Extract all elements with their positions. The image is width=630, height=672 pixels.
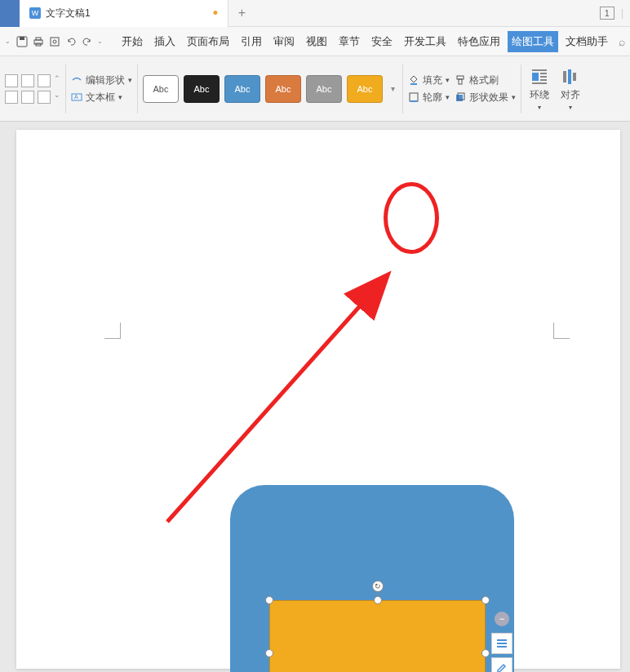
arrow-shape[interactable] xyxy=(38,74,51,87)
chevron-down-icon[interactable]: ⌄ xyxy=(97,38,103,45)
svg-rect-22 xyxy=(563,71,566,82)
style-gray[interactable]: Abc xyxy=(306,75,342,103)
page: ↻ − xyxy=(16,130,620,669)
margin-corner-tl xyxy=(104,323,121,339)
edit-shape-button[interactable]: 编辑形状 ▾ xyxy=(71,73,132,87)
save-icon[interactable] xyxy=(16,35,29,48)
rotate-handle[interactable]: ↻ xyxy=(372,581,384,592)
svg-rect-16 xyxy=(532,69,547,71)
handle-mr[interactable] xyxy=(481,649,490,657)
tab-review[interactable]: 审阅 xyxy=(269,31,299,52)
new-tab-button[interactable]: + xyxy=(228,0,255,27)
yellow-rect-selected[interactable] xyxy=(269,600,486,672)
fill-button[interactable]: 填充 ▾ xyxy=(408,73,450,87)
preview-icon[interactable] xyxy=(48,35,61,48)
outline-button[interactable]: 轮廓 ▾ xyxy=(408,91,450,105)
style-orange[interactable]: Abc xyxy=(265,75,301,103)
svg-rect-18 xyxy=(540,73,547,74)
fill-group: 填充 ▾ 轮廓 ▾ xyxy=(408,73,450,105)
chevron-down-icon[interactable]: ⌄ xyxy=(5,38,11,45)
collapse-icon[interactable]: − xyxy=(495,612,509,626)
svg-rect-12 xyxy=(457,76,464,79)
tab-security[interactable]: 安全 xyxy=(367,31,397,52)
floating-toolbar: − xyxy=(491,612,512,672)
margin-corner-tr xyxy=(553,323,570,339)
svg-rect-26 xyxy=(497,643,507,644)
svg-rect-20 xyxy=(540,79,547,81)
elbow-shape[interactable] xyxy=(21,74,34,87)
handle-tc[interactable] xyxy=(374,596,382,604)
styles-more[interactable]: ▾ xyxy=(388,84,397,93)
handle-ml[interactable] xyxy=(265,649,273,657)
app-icon xyxy=(0,0,20,27)
shape-styles: Abc Abc Abc Abc Abc Abc ▾ xyxy=(143,75,397,103)
edit-shape-group: 编辑形状 ▾ A 文本框 ▾ xyxy=(71,73,132,105)
svg-rect-21 xyxy=(532,82,547,84)
edit-icon[interactable] xyxy=(491,657,512,672)
annotation-circle xyxy=(384,182,439,254)
svg-rect-9 xyxy=(410,83,417,85)
curve-shape[interactable] xyxy=(5,91,18,104)
circle-shape[interactable] xyxy=(38,91,51,104)
tab-drawing-tools[interactable]: 绘图工具 xyxy=(508,31,558,52)
modified-indicator: • xyxy=(213,6,218,20)
svg-rect-19 xyxy=(540,76,547,78)
tab-chapter[interactable]: 章节 xyxy=(335,31,364,52)
textbox-button[interactable]: A 文本框 ▾ xyxy=(71,91,132,105)
shape-effects-button[interactable]: 形状效果 ▾ xyxy=(455,91,516,105)
tab-special[interactable]: 特色应用 xyxy=(454,31,504,52)
tab-start[interactable]: 开始 xyxy=(118,31,147,52)
format-group: 格式刷 形状效果 ▾ xyxy=(455,73,516,105)
undo-icon[interactable] xyxy=(64,35,78,48)
style-yellow[interactable]: Abc xyxy=(347,75,383,103)
menu-tabs: 开始 插入 页面布局 引用 审阅 视图 章节 安全 开发工具 特色应用 绘图工具… xyxy=(118,31,612,52)
format-painter-button[interactable]: 格式刷 xyxy=(455,73,516,87)
plus-icon: + xyxy=(238,6,246,20)
document-tab[interactable]: W 文字文稿1 • xyxy=(20,0,228,27)
layout-options-icon[interactable] xyxy=(491,633,512,654)
tab-dev[interactable]: 开发工具 xyxy=(400,31,450,52)
svg-rect-13 xyxy=(459,79,462,84)
quick-toolbar: ⌄ ⌄ 开始 插入 页面布局 引用 审阅 视图 章节 安全 开发工具 特色应用 … xyxy=(0,27,630,56)
svg-point-6 xyxy=(53,40,56,43)
doc-icon: W xyxy=(29,7,41,19)
curve2-shape[interactable] xyxy=(21,91,34,104)
handle-tl[interactable] xyxy=(265,596,273,604)
tab-view[interactable]: 视图 xyxy=(302,31,331,52)
doc-count[interactable]: 1 xyxy=(600,7,614,20)
wrap-button[interactable]: 环绕▾ xyxy=(526,67,552,111)
svg-rect-23 xyxy=(568,69,571,84)
print-icon[interactable] xyxy=(32,35,45,48)
svg-rect-14 xyxy=(456,95,463,101)
style-blue[interactable]: Abc xyxy=(224,75,260,103)
svg-rect-5 xyxy=(51,38,59,46)
handle-tr[interactable] xyxy=(481,596,490,604)
tab-reference[interactable]: 引用 xyxy=(237,31,266,52)
align-button[interactable]: 对齐▾ xyxy=(557,67,583,111)
tab-title: 文字文稿1 xyxy=(46,7,91,20)
redo-icon[interactable] xyxy=(81,35,94,48)
svg-rect-25 xyxy=(497,639,507,641)
title-separator: | xyxy=(621,7,623,19)
shape-palette: ⌃ ⌄ xyxy=(5,74,60,104)
svg-rect-24 xyxy=(573,73,576,81)
svg-rect-17 xyxy=(532,73,539,81)
tab-layout[interactable]: 页面布局 xyxy=(183,31,233,52)
line-shape[interactable] xyxy=(5,74,18,87)
svg-rect-1 xyxy=(20,37,24,40)
svg-rect-10 xyxy=(410,93,418,101)
style-white[interactable]: Abc xyxy=(143,75,179,103)
svg-rect-11 xyxy=(410,100,417,102)
tab-insert[interactable]: 插入 xyxy=(150,31,180,52)
titlebar: W 文字文稿1 • + 1 | xyxy=(0,0,630,27)
search-icon[interactable]: ⌕ xyxy=(619,35,625,48)
svg-rect-27 xyxy=(497,646,507,648)
style-black[interactable]: Abc xyxy=(184,75,220,103)
svg-text:A: A xyxy=(74,94,78,100)
ribbon: ⌃ ⌄ 编辑形状 ▾ A 文本框 ▾ Abc Abc Abc Abc Abc A… xyxy=(0,56,630,122)
canvas[interactable]: ↻ − xyxy=(0,122,630,672)
svg-rect-3 xyxy=(36,38,41,40)
tab-doc-helper[interactable]: 文档助手 xyxy=(561,31,612,52)
